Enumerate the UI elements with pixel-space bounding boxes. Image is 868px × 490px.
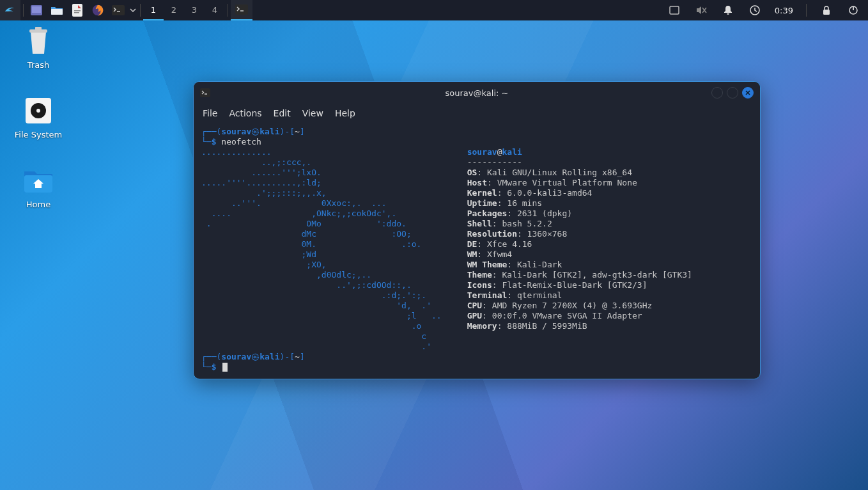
desktop-icon-home[interactable]: Home [6,165,70,209]
separator [23,4,24,17]
terminal-icon [235,3,249,17]
menu-file[interactable]: File [203,108,217,118]
window-minimize-button[interactable] [711,87,723,99]
firefox-icon [91,3,105,17]
box-icon [667,3,681,17]
desktop-icon-trash[interactable]: Trash [6,26,70,70]
terminal-icon [200,88,210,97]
svg-rect-1 [32,6,41,13]
clock[interactable]: 0:39 [772,0,796,20]
svg-rect-7 [112,5,125,15]
workspace-3[interactable]: 3 [184,0,205,20]
svg-point-17 [36,109,40,113]
neofetch-ascii: .............. ..,;:ccc,. ......''';lxO.… [201,147,442,352]
taskbar-terminal[interactable] [231,0,252,20]
window-maximize-button[interactable] [727,87,738,99]
svg-rect-9 [670,6,679,14]
menu-kali-button[interactable] [0,0,20,20]
titlebar[interactable]: sourav@kali: ~ [194,82,760,104]
firefox-button[interactable] [88,0,108,20]
tray-logout-button[interactable] [844,0,863,20]
terminal-window: sourav@kali: ~ File Actions Edit View He… [193,81,761,379]
lock-icon [819,3,833,17]
tray-power-button[interactable] [745,0,764,20]
menu-help[interactable]: Help [335,108,355,118]
workspace-2[interactable]: 2 [164,0,184,20]
menu-edit[interactable]: Edit [274,108,291,118]
workspace-1[interactable]: 1 [143,0,164,20]
tray-lock-button[interactable] [817,0,836,20]
terminal-menubar: File Actions Edit View Help [194,104,760,123]
desktop-icon-label: Trash [27,60,49,70]
bell-icon [721,3,735,17]
show-desktop-button[interactable] [26,0,47,20]
terminal-cursor [222,363,228,372]
separator [806,4,807,17]
text-editor-button[interactable] [67,0,88,20]
power-manager-icon [748,3,762,17]
terminal-body[interactable]: ┌──(sourav㉿kali)-[~] └─$ neofetch ......… [194,123,760,379]
home-folder-icon [23,165,54,196]
tray-volume-button[interactable] [692,0,711,20]
tray-notifications-button[interactable] [718,0,738,20]
menu-actions[interactable]: Actions [229,108,261,118]
top-panel: 1 2 3 4 0:39 [0,0,868,20]
folder-icon [50,3,64,17]
kali-logo-icon [3,3,17,17]
volume-mute-icon [694,3,708,17]
tray-dropbox-button[interactable] [665,0,684,20]
window-close-button[interactable] [742,87,754,99]
workspace-4[interactable]: 4 [205,0,225,20]
svg-rect-19 [200,88,210,97]
svg-rect-11 [823,10,830,15]
terminal-icon [111,3,125,17]
svg-rect-5 [74,12,79,13]
terminal-dropdown-button[interactable] [128,0,137,20]
svg-rect-8 [235,4,248,15]
svg-rect-4 [74,10,81,12]
workspace-switcher: 1 2 3 4 [143,0,225,20]
logout-icon [846,3,860,17]
separator [140,4,141,17]
system-tray: 0:39 [665,0,868,20]
desktop-icon-label: Home [26,200,50,209]
terminal-button[interactable] [108,0,128,20]
desktop-icon-label: File System [15,130,62,139]
text-editor-icon [70,3,84,17]
desktop: Trash File System Home [6,26,70,209]
neofetch-info: sourav@kali ----------- OS: Kali GNU/Lin… [467,147,692,352]
svg-rect-2 [51,9,63,15]
drive-icon [23,95,54,126]
window-title: sourav@kali: ~ [194,88,760,98]
desktop-icon [29,3,43,17]
file-manager-button[interactable] [47,0,67,20]
menu-view[interactable]: View [302,108,323,118]
chevron-down-icon [130,6,136,15]
trash-icon [23,26,54,56]
separator [228,4,228,17]
svg-rect-14 [35,27,42,30]
desktop-icon-filesystem[interactable]: File System [6,95,70,139]
